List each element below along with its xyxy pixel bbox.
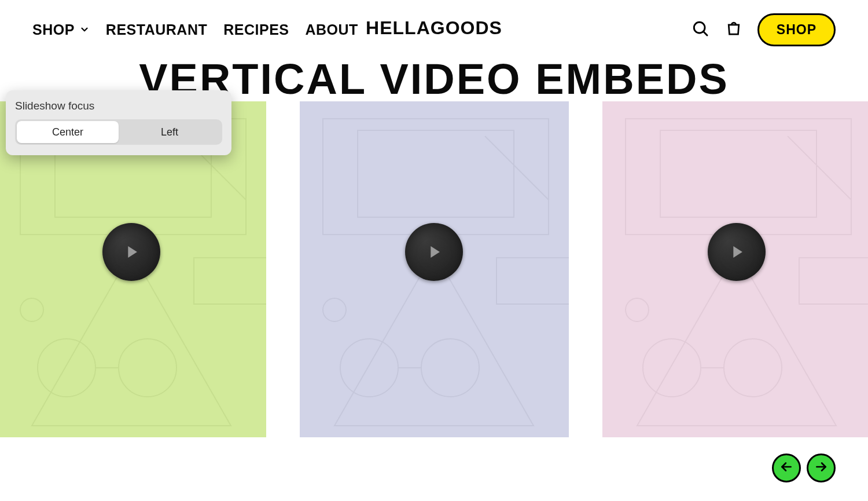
site-header: SHOP RESTAURANT RECIPES ABOUT HELLAGOODS <box>0 0 868 56</box>
carousel-prev-button[interactable] <box>772 454 801 482</box>
header-utilities: SHOP <box>690 13 836 46</box>
chevron-down-icon <box>79 24 90 35</box>
segment-left[interactable]: Left <box>119 121 220 143</box>
nav-label: ABOUT <box>306 21 358 38</box>
slideshow-focus-popover: Slideshow focus Center Left <box>6 90 231 155</box>
play-button[interactable] <box>405 223 463 281</box>
play-icon <box>424 242 444 262</box>
shop-button[interactable]: SHOP <box>757 13 836 46</box>
carousel-next-button[interactable] <box>807 454 836 482</box>
svg-line-1 <box>703 31 707 35</box>
play-button[interactable] <box>708 223 766 281</box>
search-button[interactable] <box>690 20 710 39</box>
popover-title: Slideshow focus <box>15 100 222 112</box>
cart-button[interactable] <box>724 20 744 39</box>
nav-item-about[interactable]: ABOUT <box>306 21 358 38</box>
brand-logo[interactable]: HELLAGOODS <box>366 17 502 39</box>
segment-label: Center <box>52 126 83 138</box>
shopping-bag-icon <box>725 20 742 39</box>
play-icon <box>727 242 746 262</box>
search-icon <box>691 19 709 40</box>
arrow-left-icon <box>779 459 794 477</box>
nav-item-shop[interactable]: SHOP <box>32 21 90 38</box>
segment-label: Left <box>161 126 178 138</box>
slideshow-focus-segmented: Center Left <box>15 119 222 145</box>
carousel-nav <box>772 454 836 482</box>
shop-button-label: SHOP <box>777 22 816 37</box>
play-icon <box>122 242 141 262</box>
nav-label: RECIPES <box>223 21 289 38</box>
arrow-right-icon <box>814 459 829 477</box>
nav-item-restaurant[interactable]: RESTAURANT <box>106 21 207 38</box>
primary-nav: SHOP RESTAURANT RECIPES ABOUT <box>32 21 358 38</box>
nav-label: SHOP <box>32 21 75 38</box>
nav-label: RESTAURANT <box>106 21 207 38</box>
play-button[interactable] <box>102 223 160 281</box>
video-slide[interactable] <box>602 101 869 437</box>
nav-item-recipes[interactable]: RECIPES <box>223 21 289 38</box>
video-slide[interactable] <box>300 101 569 437</box>
segment-center[interactable]: Center <box>17 121 119 143</box>
